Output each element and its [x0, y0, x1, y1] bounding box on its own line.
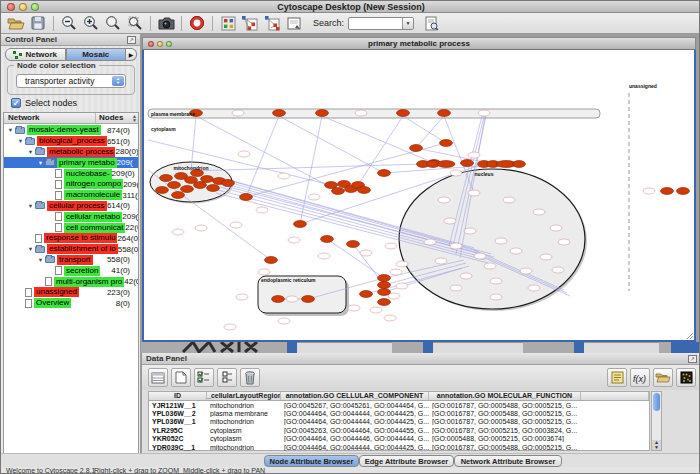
network-node[interactable] [302, 296, 315, 303]
tree-expander-icon[interactable]: ▼ [26, 149, 35, 155]
network-node[interactable] [468, 152, 480, 158]
function-builder-button[interactable]: f(x) [630, 368, 650, 387]
network-node[interactable] [552, 267, 564, 273]
network-node[interactable] [490, 278, 502, 284]
network-node[interactable] [484, 263, 496, 269]
tree-expander-icon[interactable]: ▼ [26, 246, 35, 252]
delete-attribute-button[interactable] [240, 368, 260, 387]
tree-node-label[interactable]: biological_process [37, 136, 107, 146]
column-header[interactable]: ID [149, 392, 207, 400]
network-graph[interactable]: plasma membranecytoplasmmitochondrionnuc… [144, 50, 694, 340]
tree-node-label[interactable]: secretion [64, 266, 100, 276]
window-fragment-border[interactable] [574, 342, 584, 353]
network-node[interactable] [490, 294, 502, 300]
tree-node-label[interactable]: cellular metabo [64, 212, 122, 222]
network-node[interactable] [464, 228, 476, 234]
network-node[interactable] [238, 151, 250, 157]
tree-row[interactable]: secretion41(0) [4, 265, 138, 276]
tree-row[interactable]: ▼transport558(0) [4, 255, 138, 266]
network-node[interactable] [360, 291, 373, 298]
tab-mosaic[interactable]: Mosaic [66, 48, 127, 61]
tab-node-attribute-browser[interactable]: Node Attribute Browser [264, 455, 359, 467]
network-node[interactable] [437, 161, 455, 168]
network-node[interactable] [230, 222, 242, 228]
window-fragment[interactable] [433, 342, 523, 353]
tab-overflow-button[interactable]: ▶ [126, 48, 137, 61]
search-dropdown-button[interactable]: ▼ [402, 18, 413, 29]
tree-row[interactable]: ▼cellular process614(0) [4, 201, 138, 212]
tree-node-label[interactable]: establishment of lo [47, 244, 118, 254]
scrollbar-arrows[interactable]: ▲▼ [652, 440, 661, 450]
network-node[interactable] [308, 194, 320, 200]
tree-row[interactable]: unassigned223(0) [4, 287, 138, 298]
network-node[interactable] [558, 239, 570, 245]
table-scrollbar[interactable]: ▲▼ [651, 391, 662, 451]
network-node[interactable] [224, 324, 236, 330]
import-attributes-button[interactable] [653, 368, 673, 387]
select-attributes-button[interactable] [194, 368, 214, 387]
notes-button[interactable] [607, 368, 627, 387]
network-node[interactable] [503, 197, 515, 203]
network-node[interactable] [378, 282, 391, 289]
network-node[interactable] [513, 161, 526, 168]
network-node[interactable] [347, 241, 360, 248]
matrix-button[interactable] [676, 368, 696, 387]
network-node[interactable] [643, 188, 655, 194]
network-node[interactable] [195, 225, 207, 231]
network-edge[interactable] [246, 116, 279, 197]
table-row[interactable]: YKR052Ccytoplasm[GO:0044464, GO:0044446,… [149, 435, 649, 443]
network-canvas[interactable]: plasma membranecytoplasmmitochondrionnuc… [142, 50, 696, 342]
network-node[interactable] [181, 186, 194, 193]
tree-row[interactable]: nitrogen compo209(0) [4, 179, 138, 190]
network-node[interactable] [390, 269, 402, 275]
network-node[interactable] [348, 305, 360, 311]
network-node[interactable] [396, 261, 408, 267]
network-edge[interactable] [300, 116, 322, 224]
network-node[interactable] [160, 175, 173, 182]
network-node[interactable] [355, 110, 367, 116]
tree-row[interactable]: ▼primary metabo209( [4, 157, 138, 168]
network-node[interactable] [273, 110, 286, 117]
tree-expander-icon[interactable]: ▼ [26, 203, 35, 209]
network-edge[interactable] [191, 164, 423, 171]
tree-node-label[interactable]: unassigned [34, 287, 79, 297]
network-edge[interactable] [322, 116, 434, 163]
tab-edge-attribute-browser[interactable]: Edge Attribute Browser [359, 455, 454, 467]
network-edge[interactable] [403, 116, 446, 143]
table-row[interactable]: YJR121W__1mitochondrion[GO:0045267, GO:0… [149, 401, 649, 409]
network-node[interactable] [460, 273, 472, 279]
network-node[interactable] [384, 315, 396, 321]
network-node[interactable] [294, 221, 307, 228]
tree-node-label[interactable]: macromolecule [64, 190, 122, 200]
network-node[interactable] [360, 250, 372, 256]
attribute-table-button[interactable] [148, 368, 168, 387]
tree-row[interactable]: ▼establishment of lo558(0) [4, 244, 138, 255]
network-node[interactable] [168, 182, 181, 189]
window-fragment-border[interactable] [423, 342, 433, 353]
tab-network[interactable]: Network [5, 48, 66, 61]
open-button[interactable] [5, 14, 27, 33]
network-node[interactable] [318, 253, 330, 259]
network-node[interactable] [358, 187, 371, 194]
network-node[interactable] [370, 307, 382, 313]
network-node[interactable] [378, 275, 391, 282]
zoom-in-button[interactable] [80, 14, 102, 33]
network-node[interactable] [677, 188, 690, 195]
network-node[interactable] [207, 185, 220, 192]
network-node[interactable] [332, 188, 345, 195]
tree-expander-icon[interactable]: ▼ [36, 257, 45, 263]
select-nodes-checkbox[interactable]: ✓ [11, 98, 21, 108]
tree-node-label[interactable]: nucleobase- [64, 169, 112, 179]
float-panel-icon[interactable]: ↗ [127, 36, 136, 44]
network-node[interactable] [520, 268, 532, 274]
tree-row[interactable]: Overview8(0) [4, 298, 138, 309]
network-node[interactable] [495, 238, 507, 244]
network-node[interactable] [461, 160, 474, 167]
vizmapper-button[interactable] [217, 14, 239, 33]
tree-row[interactable]: cellular metabo209(0) [4, 211, 138, 222]
network-node[interactable] [321, 236, 334, 243]
network-node[interactable] [286, 296, 298, 302]
tree-node-label[interactable]: nitrogen compo [64, 179, 123, 189]
tree-node-label[interactable]: Overview [34, 298, 71, 308]
network-node[interactable] [410, 145, 423, 152]
